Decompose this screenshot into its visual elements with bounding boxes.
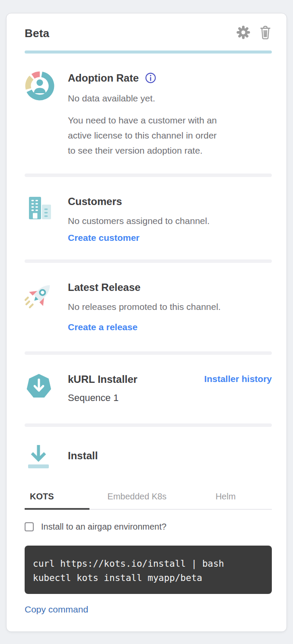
gear-icon[interactable]	[236, 25, 250, 41]
latest-release-section: Latest Release No releases promoted to t…	[25, 280, 272, 332]
customers-building-icon	[25, 194, 55, 243]
latest-release-content: Latest Release No releases promoted to t…	[68, 280, 272, 332]
airgap-label: Install to an airgap environment?	[41, 522, 166, 532]
adoption-hint: You need to have a customer with an acti…	[68, 113, 272, 158]
airgap-checkbox[interactable]	[25, 522, 34, 531]
info-icon[interactable]	[145, 72, 156, 84]
command-line: curl https://kots.io/install | bash	[33, 557, 264, 571]
kurl-installer-section: kURL Installer Sequence 1 Installer hist…	[25, 372, 272, 404]
tab-embedded-k8s[interactable]: Embedded K8s	[89, 492, 185, 509]
tab-helm[interactable]: Helm	[185, 492, 267, 509]
kurl-text: kURL Installer Sequence 1	[68, 372, 137, 404]
kurl-sequence: Sequence 1	[68, 391, 137, 404]
customers-content: Customers No customers assigned to chann…	[68, 194, 272, 243]
section-divider	[25, 174, 272, 177]
customers-section: Customers No customers assigned to chann…	[25, 194, 272, 243]
adoption-content: Adoption Rate No data available yet. You…	[68, 71, 272, 158]
adoption-title-row: Adoption Rate	[68, 71, 272, 85]
install-section: Install	[25, 442, 272, 474]
adoption-donut-icon	[25, 71, 55, 158]
page-background: { "colors": { "accent_teal": "#b7dce6", …	[0, 0, 293, 644]
channel-accent-bar	[25, 51, 272, 54]
adoption-title: Adoption Rate	[68, 71, 139, 85]
customers-status: No customers assigned to channel.	[68, 215, 272, 227]
card-header: Beta	[25, 13, 272, 41]
adoption-hint-line: You need to have a customer with an	[68, 113, 272, 128]
install-content: Install	[68, 442, 272, 474]
latest-release-title: Latest Release	[68, 280, 272, 294]
adoption-hint-line: active license to this channel in order	[68, 128, 272, 143]
header-actions	[236, 25, 272, 41]
adoption-status: No data available yet.	[68, 92, 272, 105]
adoption-hint-line: to see their version adoption rate.	[68, 143, 272, 158]
rocket-icon	[25, 280, 55, 332]
airgap-option: Install to an airgap environment?	[25, 522, 272, 532]
latest-release-status: No releases promoted to this channel.	[68, 300, 272, 313]
install-command-block: curl https://kots.io/install | bashkubec…	[25, 546, 272, 594]
kurl-title: kURL Installer	[68, 372, 137, 386]
installer-history-link[interactable]: Installer history	[204, 372, 272, 404]
kurl-heptagon-icon	[25, 372, 55, 404]
trash-icon[interactable]	[259, 25, 272, 41]
section-divider	[25, 259, 272, 263]
kurl-content: kURL Installer Sequence 1 Installer hist…	[68, 372, 272, 404]
section-divider	[25, 423, 272, 427]
install-title: Install	[68, 448, 272, 463]
copy-command-link[interactable]: Copy command	[25, 604, 88, 615]
customers-title: Customers	[68, 194, 272, 208]
install-arrow-icon	[25, 442, 55, 474]
channel-card: Beta	[6, 13, 287, 632]
create-customer-link[interactable]: Create customer	[68, 233, 140, 243]
channel-title: Beta	[25, 27, 49, 40]
adoption-rate-section: Adoption Rate No data available yet. You…	[25, 71, 272, 158]
tab-kots[interactable]: KOTS	[25, 492, 89, 510]
create-release-link[interactable]: Create a release	[68, 322, 137, 332]
install-tabs: KOTS Embedded K8s Helm	[25, 492, 272, 510]
section-divider	[25, 351, 272, 355]
command-line: kubectl kots install myapp/beta	[33, 571, 264, 585]
